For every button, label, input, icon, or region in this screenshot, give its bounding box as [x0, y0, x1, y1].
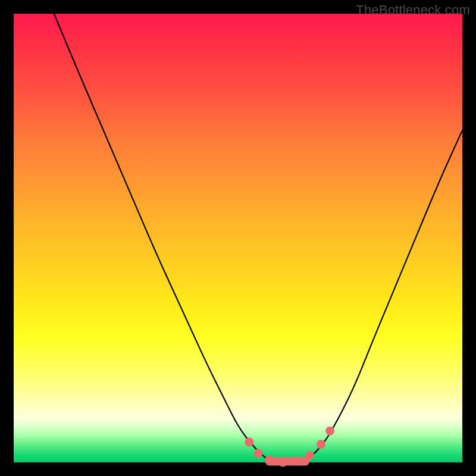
watermark-text: TheBottleneck.com	[356, 2, 470, 18]
curve-marker	[325, 427, 334, 436]
curve-marker	[317, 440, 325, 449]
curve-marker	[253, 449, 262, 458]
curve-marker	[305, 451, 314, 460]
curve-marker	[292, 456, 301, 465]
curve-marker	[245, 438, 253, 447]
bottleneck-curve-path	[54, 14, 462, 462]
curve-marker	[278, 458, 287, 467]
chart-frame: TheBottleneck.com	[0, 0, 476, 476]
bottleneck-curve-svg	[14, 14, 462, 462]
curve-marker	[265, 456, 274, 465]
chart-plot-area	[14, 14, 462, 462]
